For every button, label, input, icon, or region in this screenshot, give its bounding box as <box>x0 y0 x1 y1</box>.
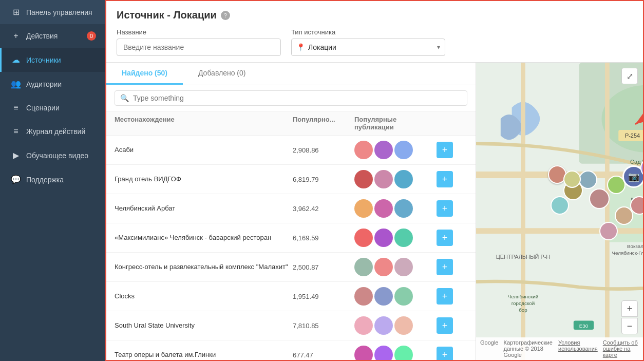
popularity-value: 7,810.85 <box>293 322 354 330</box>
log-icon: ≡ <box>11 127 21 136</box>
name-input[interactable] <box>117 39 281 56</box>
table-row: Театр оперы и балета им.Глинки 677.47 + <box>106 340 476 360</box>
photo-thumb <box>354 316 373 335</box>
photo-thumb <box>354 346 373 360</box>
popularity-value: 2,500.87 <box>293 263 354 271</box>
chevron-down-icon: ▾ <box>437 44 440 51</box>
map-report[interactable]: Сообщить об ошибке на карте <box>603 339 639 358</box>
photo-thumb <box>374 170 393 188</box>
svg-text:ЦЕНТРАЛЬНЫЙ Р-Н: ЦЕНТРАЛЬНЫЙ Р-Н <box>496 254 550 260</box>
body-split: Найдено (50) Добавлено (0) 🔍 Местонахожд… <box>106 63 643 360</box>
map-zoom-controls: + − <box>621 300 638 334</box>
sidebar-item-actions[interactable]: + Действия 0 <box>0 24 105 48</box>
map-terms[interactable]: Условия использования <box>558 339 598 358</box>
zoom-out-button[interactable]: − <box>621 318 638 334</box>
map-avatar <box>589 188 610 209</box>
dashboard-icon: ⊞ <box>11 7 21 17</box>
name-label: Название <box>117 28 281 36</box>
photo-thumb <box>374 229 393 247</box>
name-field-group: Название <box>117 28 281 56</box>
zoom-in-button[interactable]: + <box>621 300 638 317</box>
popular-photos <box>354 346 437 360</box>
popular-photos <box>354 199 437 218</box>
sidebar-item-tutorial[interactable]: ▶ Обучающее видео <box>0 143 105 167</box>
popularity-value: 6,169.59 <box>293 234 354 242</box>
left-panel: Найдено (50) Добавлено (0) 🔍 Местонахожд… <box>106 63 476 360</box>
svg-text:городской: городской <box>512 300 535 306</box>
sidebar-item-label: Обучающее видео <box>26 151 88 160</box>
sidebar: ⊞ Панель управления + Действия 0 ☁ Источ… <box>0 0 105 361</box>
help-icon[interactable]: ? <box>221 11 230 20</box>
popularity-value: 3,962.42 <box>293 205 354 213</box>
support-icon: 💬 <box>11 175 21 184</box>
sidebar-item-scenarios[interactable]: ≡ Сценарии <box>0 96 105 120</box>
tab-found[interactable]: Найдено (50) <box>106 63 183 85</box>
map-avatar <box>599 222 618 240</box>
map-expand-button[interactable]: ⤢ <box>621 68 638 84</box>
svg-text:бор: бор <box>519 307 527 313</box>
source-type-label: Тип источника <box>291 28 445 36</box>
location-name: «Максимилианс» Челябинск - баварский рес… <box>115 233 293 242</box>
sidebar-item-dashboard[interactable]: ⊞ Панель управления <box>0 0 105 24</box>
popularity-value: 1,951.49 <box>293 293 354 300</box>
col-location: Местонахождение <box>115 116 293 131</box>
photo-thumb <box>354 258 373 276</box>
add-location-button[interactable]: + <box>437 230 453 246</box>
add-location-button[interactable]: + <box>437 317 453 334</box>
actions-badge: 0 <box>87 31 96 41</box>
svg-text:Вокзал: Вокзал <box>627 243 643 249</box>
photo-thumb <box>354 199 373 218</box>
video-icon: ▶ <box>11 150 21 160</box>
source-type-select[interactable]: Локации <box>291 39 445 56</box>
search-input[interactable] <box>133 94 462 102</box>
table-row: Челябинский Арбат 3,962.42 + <box>106 194 476 223</box>
location-name: Асаби <box>115 145 293 155</box>
popular-photos <box>354 170 437 188</box>
tabs: Найдено (50) Добавлено (0) <box>106 63 476 85</box>
sidebar-item-support[interactable]: 💬 Поддержка <box>0 167 105 192</box>
photo-thumb <box>394 170 413 188</box>
popular-photos <box>354 316 437 335</box>
popular-photos <box>354 141 437 159</box>
add-location-button[interactable]: + <box>437 171 453 187</box>
scenarios-icon: ≡ <box>11 103 21 112</box>
audiences-icon: 👥 <box>11 79 21 89</box>
search-bar: 🔍 <box>115 90 467 106</box>
sidebar-item-action-log[interactable]: ≡ Журнал действий <box>0 120 105 143</box>
col-action <box>437 116 467 131</box>
add-location-button[interactable]: + <box>437 200 453 217</box>
sidebar-item-audiences[interactable]: 👥 Аудитории <box>0 72 105 96</box>
map-avatar <box>579 170 597 189</box>
google-logo: Google <box>480 339 498 358</box>
photo-thumb <box>354 141 373 159</box>
photo-thumb <box>354 229 373 247</box>
location-name: South Ural State University <box>115 321 293 330</box>
photo-thumb <box>394 229 413 247</box>
svg-text:E30: E30 <box>579 323 589 329</box>
add-location-button[interactable]: + <box>437 347 453 360</box>
photo-thumb <box>374 316 393 335</box>
popular-photos <box>354 258 437 276</box>
map-avatar <box>563 170 581 188</box>
sidebar-item-sources[interactable]: ☁ Источники <box>0 48 105 72</box>
location-name: Театр оперы и балета им.Глинки <box>115 350 293 359</box>
add-location-button[interactable]: + <box>437 288 453 305</box>
photo-thumb <box>374 141 393 159</box>
photo-thumb <box>374 199 393 218</box>
table-row: Гранд отель ВИДГОФ 6,819.79 + <box>106 165 476 194</box>
add-location-button[interactable]: + <box>437 142 453 158</box>
map-avatar <box>615 206 633 225</box>
sidebar-item-label: Панель управления <box>26 8 92 16</box>
photo-thumb <box>394 141 413 159</box>
tab-added[interactable]: Добавлено (0) <box>183 63 261 85</box>
photo-thumb <box>394 346 413 360</box>
search-bar-wrapper: 🔍 <box>106 85 476 111</box>
pin-icon: 📍 <box>296 43 305 51</box>
page-header: Источник - Локации ? Название Тип источн… <box>106 1 643 63</box>
add-location-button[interactable]: + <box>437 259 453 275</box>
sidebar-item-label: Источники <box>26 56 61 64</box>
popular-photos <box>354 229 437 247</box>
map-footer: Google Картографические данные © 2018 Go… <box>476 337 643 360</box>
col-popularity: Популярно... <box>293 116 354 131</box>
svg-text:Челябинский: Челябинский <box>508 294 539 299</box>
